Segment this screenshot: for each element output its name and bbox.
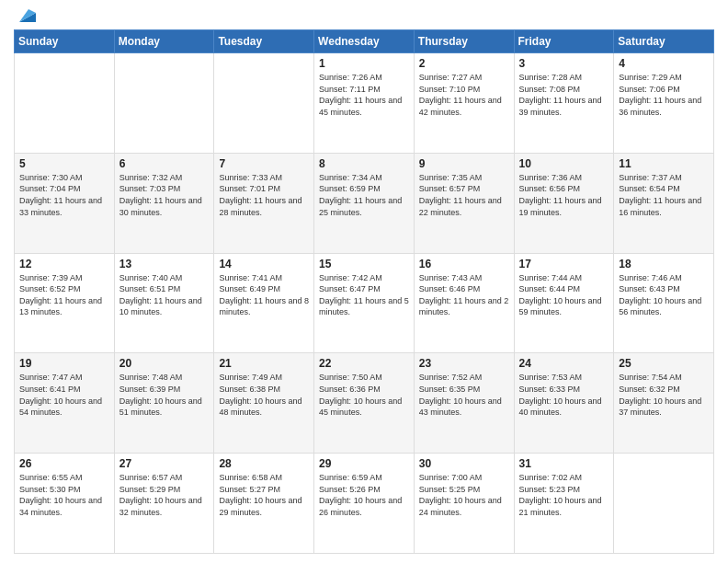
day-info: Sunrise: 7:49 AMSunset: 6:38 PMDaylight:… <box>219 372 309 418</box>
day-number: 24 <box>519 357 609 370</box>
day-info: Sunrise: 7:41 AMSunset: 6:49 PMDaylight:… <box>219 272 309 318</box>
table-row: 11Sunrise: 7:37 AMSunset: 6:54 PMDayligh… <box>614 153 714 253</box>
sunset-text: Sunset: 6:35 PM <box>419 385 481 394</box>
table-row: 25Sunrise: 7:54 AMSunset: 6:32 PMDayligh… <box>614 353 714 454</box>
day-info: Sunrise: 7:52 AMSunset: 6:35 PMDaylight:… <box>419 372 509 418</box>
day-info: Sunrise: 7:00 AMSunset: 5:25 PMDaylight:… <box>419 472 509 518</box>
col-thursday: Thursday <box>414 30 514 53</box>
table-row: 6Sunrise: 7:32 AMSunset: 7:03 PMDaylight… <box>114 153 214 253</box>
table-row: 18Sunrise: 7:46 AMSunset: 6:43 PMDayligh… <box>614 253 714 353</box>
sunset-text: Sunset: 6:54 PM <box>619 184 680 193</box>
daylight-text: Daylight: 11 hours and 39 minutes. <box>519 96 602 117</box>
table-row: 19Sunrise: 7:47 AMSunset: 6:41 PMDayligh… <box>15 353 115 454</box>
sunrise-text: Sunrise: 7:00 AM <box>419 473 483 482</box>
calendar-table: Sunday Monday Tuesday Wednesday Thursday… <box>14 29 714 554</box>
sunrise-text: Sunrise: 7:30 AM <box>19 173 83 182</box>
daylight-text: Daylight: 10 hours and 32 minutes. <box>119 496 202 517</box>
sunset-text: Sunset: 5:25 PM <box>419 485 481 494</box>
sunrise-text: Sunrise: 7:49 AM <box>219 373 282 382</box>
sunset-text: Sunset: 7:10 PM <box>419 85 481 94</box>
logo-icon <box>16 6 36 26</box>
day-number: 16 <box>419 258 509 270</box>
daylight-text: Daylight: 10 hours and 56 minutes. <box>619 296 701 317</box>
sunset-text: Sunset: 5:29 PM <box>119 485 181 494</box>
calendar-week-row: 1Sunrise: 7:26 AMSunset: 7:11 PMDaylight… <box>15 53 714 154</box>
day-number: 21 <box>219 357 309 370</box>
daylight-text: Daylight: 11 hours and 8 minutes. <box>219 296 309 317</box>
day-number: 3 <box>519 57 609 70</box>
day-number: 4 <box>619 57 709 70</box>
sunset-text: Sunset: 6:57 PM <box>419 184 481 193</box>
sunset-text: Sunset: 7:08 PM <box>519 85 581 94</box>
day-number: 15 <box>319 258 409 270</box>
day-number: 29 <box>319 457 409 470</box>
daylight-text: Daylight: 11 hours and 13 minutes. <box>19 296 102 317</box>
table-row: 23Sunrise: 7:52 AMSunset: 6:35 PMDayligh… <box>414 353 514 454</box>
sunrise-text: Sunrise: 7:29 AM <box>619 73 682 82</box>
sunrise-text: Sunrise: 7:36 AM <box>519 173 583 182</box>
table-row: 24Sunrise: 7:53 AMSunset: 6:33 PMDayligh… <box>514 353 614 454</box>
sunrise-text: Sunrise: 7:47 AM <box>19 373 83 382</box>
table-row: 12Sunrise: 7:39 AMSunset: 6:52 PMDayligh… <box>15 253 115 353</box>
day-number: 23 <box>419 357 509 370</box>
calendar-week-row: 26Sunrise: 6:55 AMSunset: 5:30 PMDayligh… <box>15 454 714 554</box>
logo <box>14 9 36 22</box>
sunrise-text: Sunrise: 6:57 AM <box>119 473 183 482</box>
day-number: 28 <box>219 457 309 470</box>
sunrise-text: Sunrise: 6:59 AM <box>319 473 382 482</box>
day-number: 30 <box>419 457 509 470</box>
table-row <box>614 454 714 554</box>
daylight-text: Daylight: 10 hours and 40 minutes. <box>519 396 602 418</box>
sunset-text: Sunset: 6:52 PM <box>19 284 81 293</box>
table-row: 17Sunrise: 7:44 AMSunset: 6:44 PMDayligh… <box>514 253 614 353</box>
table-row <box>15 53 115 154</box>
sunset-text: Sunset: 6:41 PM <box>19 385 81 394</box>
table-row: 21Sunrise: 7:49 AMSunset: 6:38 PMDayligh… <box>214 353 314 454</box>
sunrise-text: Sunrise: 7:50 AM <box>319 373 382 382</box>
day-number: 2 <box>419 57 509 70</box>
day-info: Sunrise: 7:36 AMSunset: 6:56 PMDaylight:… <box>519 172 609 218</box>
sunset-text: Sunset: 6:59 PM <box>319 184 381 193</box>
daylight-text: Daylight: 11 hours and 19 minutes. <box>519 196 602 217</box>
daylight-text: Daylight: 11 hours and 42 minutes. <box>419 96 502 117</box>
day-number: 22 <box>319 357 409 370</box>
sunset-text: Sunset: 5:27 PM <box>219 485 280 494</box>
daylight-text: Daylight: 10 hours and 45 minutes. <box>319 396 402 418</box>
table-row <box>214 53 314 154</box>
table-row: 28Sunrise: 6:58 AMSunset: 5:27 PMDayligh… <box>214 454 314 554</box>
daylight-text: Daylight: 11 hours and 10 minutes. <box>119 296 202 317</box>
day-info: Sunrise: 7:44 AMSunset: 6:44 PMDaylight:… <box>519 272 609 318</box>
day-info: Sunrise: 7:30 AMSunset: 7:04 PMDaylight:… <box>19 172 109 218</box>
daylight-text: Daylight: 11 hours and 16 minutes. <box>619 196 701 217</box>
day-number: 13 <box>119 258 210 270</box>
day-number: 8 <box>319 157 409 170</box>
daylight-text: Daylight: 10 hours and 24 minutes. <box>419 496 502 517</box>
day-info: Sunrise: 7:42 AMSunset: 6:47 PMDaylight:… <box>319 272 409 318</box>
daylight-text: Daylight: 10 hours and 26 minutes. <box>319 496 402 517</box>
daylight-text: Daylight: 11 hours and 45 minutes. <box>319 96 402 117</box>
sunrise-text: Sunrise: 7:52 AM <box>419 373 483 382</box>
table-row: 3Sunrise: 7:28 AMSunset: 7:08 PMDaylight… <box>514 53 614 154</box>
day-info: Sunrise: 7:47 AMSunset: 6:41 PMDaylight:… <box>19 372 109 418</box>
day-info: Sunrise: 6:57 AMSunset: 5:29 PMDaylight:… <box>119 472 210 518</box>
day-info: Sunrise: 7:46 AMSunset: 6:43 PMDaylight:… <box>619 272 709 318</box>
day-info: Sunrise: 7:54 AMSunset: 6:32 PMDaylight:… <box>619 372 709 418</box>
sunset-text: Sunset: 5:26 PM <box>319 485 381 494</box>
table-row: 4Sunrise: 7:29 AMSunset: 7:06 PMDaylight… <box>614 53 714 154</box>
daylight-text: Daylight: 11 hours and 36 minutes. <box>619 96 701 117</box>
day-info: Sunrise: 7:26 AMSunset: 7:11 PMDaylight:… <box>319 72 409 118</box>
sunset-text: Sunset: 6:36 PM <box>319 385 381 394</box>
table-row: 26Sunrise: 6:55 AMSunset: 5:30 PMDayligh… <box>15 454 115 554</box>
sunset-text: Sunset: 7:11 PM <box>319 85 381 94</box>
sunrise-text: Sunrise: 7:34 AM <box>319 173 382 182</box>
sunset-text: Sunset: 6:39 PM <box>119 385 181 394</box>
sunrise-text: Sunrise: 7:48 AM <box>119 373 183 382</box>
table-row: 9Sunrise: 7:35 AMSunset: 6:57 PMDaylight… <box>414 153 514 253</box>
sunrise-text: Sunrise: 7:42 AM <box>319 273 382 282</box>
calendar-week-row: 5Sunrise: 7:30 AMSunset: 7:04 PMDaylight… <box>15 153 714 253</box>
daylight-text: Daylight: 11 hours and 22 minutes. <box>419 196 502 217</box>
sunset-text: Sunset: 7:06 PM <box>619 85 680 94</box>
sunset-text: Sunset: 6:33 PM <box>519 385 581 394</box>
table-row: 30Sunrise: 7:00 AMSunset: 5:25 PMDayligh… <box>414 454 514 554</box>
daylight-text: Daylight: 11 hours and 25 minutes. <box>319 196 402 217</box>
